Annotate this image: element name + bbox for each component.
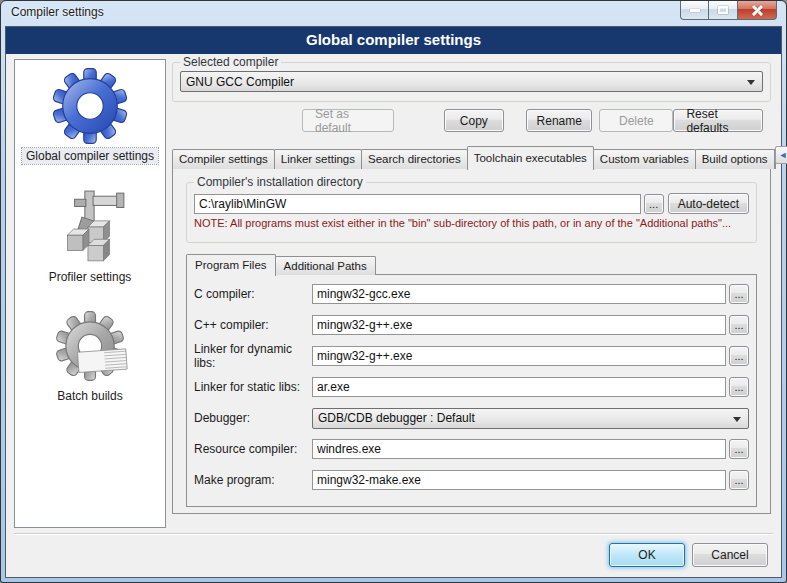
- chevron-down-icon: [733, 417, 741, 422]
- c-compiler-label: C compiler:: [194, 287, 312, 301]
- debugger-row: Debugger: GDB/CDB debugger : Default: [194, 407, 749, 429]
- resource-compiler-label: Resource compiler:: [194, 442, 312, 456]
- sidebar-item-global-compiler-settings[interactable]: Global compiler settings: [22, 67, 158, 164]
- installation-directory-group: Compiler's installation directory ... Au…: [186, 175, 757, 243]
- gray-gear-papers-icon: [51, 307, 129, 385]
- make-program-row: Make program: ...: [194, 469, 749, 491]
- debugger-select-value: GDB/CDB debugger : Default: [318, 411, 475, 425]
- browse-c-compiler-button[interactable]: ...: [729, 284, 749, 304]
- settings-tab-strip: Compiler settings Linker settings Search…: [172, 145, 771, 169]
- window-title: Compiler settings: [11, 5, 104, 19]
- sidebar-item-profiler-settings[interactable]: Profiler settings: [45, 188, 136, 285]
- program-tab-strip: Program Files Additional Paths: [186, 253, 375, 275]
- tab-additional-paths[interactable]: Additional Paths: [275, 256, 376, 275]
- footer-divider: [14, 533, 773, 535]
- window-frame: Compiler settings Global compiler settin…: [0, 0, 787, 583]
- dynamic-linker-label: Linker for dynamic libs:: [194, 342, 312, 370]
- resource-compiler-row: Resource compiler: ...: [194, 438, 749, 460]
- cpp-compiler-input[interactable]: [312, 315, 726, 335]
- selected-compiler-group: Selected compiler GNU GCC Compiler: [172, 55, 771, 102]
- titlebar[interactable]: Compiler settings: [1, 1, 786, 26]
- compiler-select-value: GNU GCC Compiler: [186, 75, 294, 89]
- program-files-panel: C compiler: ... C++ compiler: ... Linker…: [186, 274, 757, 507]
- window-controls: [680, 1, 777, 20]
- tab-scroll-buttons: ◄ ►: [775, 146, 787, 164]
- sidebar-item-label: Batch builds: [53, 388, 126, 404]
- browse-directory-button[interactable]: ...: [644, 194, 664, 214]
- dialog-body: Global compiler settings: [5, 26, 782, 578]
- sidebar-item-batch-builds[interactable]: Batch builds: [51, 307, 129, 404]
- debugger-label: Debugger:: [194, 411, 312, 425]
- reset-defaults-button[interactable]: Reset defaults: [673, 109, 763, 132]
- tab-search-directories[interactable]: Search directories: [361, 149, 468, 169]
- dynamic-linker-row: Linker for dynamic libs: ...: [194, 345, 749, 367]
- resource-compiler-input[interactable]: [312, 439, 726, 459]
- compiler-settings-dialog: Compiler settings Global compiler settin…: [0, 0, 787, 583]
- tab-toolchain-executables[interactable]: Toolchain executables: [467, 146, 594, 170]
- debugger-select[interactable]: GDB/CDB debugger : Default: [312, 408, 749, 429]
- compiler-actions: Set as default Copy Rename Delete Reset …: [172, 109, 771, 132]
- rename-button[interactable]: Rename: [526, 109, 592, 132]
- make-program-input[interactable]: [312, 470, 726, 490]
- selected-compiler-label: Selected compiler: [180, 55, 281, 69]
- sidebar-item-label: Profiler settings: [45, 269, 136, 285]
- tab-program-files[interactable]: Program Files: [186, 254, 276, 276]
- static-linker-label: Linker for static libs:: [194, 380, 312, 394]
- main-panel: Selected compiler GNU GCC Compiler Set a…: [172, 59, 773, 529]
- close-button[interactable]: [737, 1, 777, 20]
- compiler-select[interactable]: GNU GCC Compiler: [180, 71, 763, 92]
- browse-cpp-compiler-button[interactable]: ...: [729, 315, 749, 335]
- tab-build-options[interactable]: Build options: [695, 149, 775, 169]
- bin-subdirectory-note: NOTE: All programs must exist either in …: [194, 217, 749, 229]
- tab-linker-settings[interactable]: Linker settings: [274, 149, 362, 169]
- make-program-label: Make program:: [194, 473, 312, 487]
- settings-category-list: Global compiler settings: [14, 59, 166, 528]
- page-title: Global compiler settings: [6, 27, 781, 54]
- cpp-compiler-label: C++ compiler:: [194, 318, 312, 332]
- delete-button[interactable]: Delete: [599, 109, 673, 132]
- blue-gear-icon: [51, 67, 129, 145]
- toolchain-executables-panel: Compiler's installation directory ... Au…: [172, 168, 771, 514]
- auto-detect-button[interactable]: Auto-detect: [668, 193, 749, 214]
- installation-directory-label: Compiler's installation directory: [194, 175, 366, 189]
- c-compiler-input[interactable]: [312, 284, 726, 304]
- installation-directory-input[interactable]: [194, 194, 641, 214]
- tab-compiler-settings[interactable]: Compiler settings: [172, 149, 275, 169]
- cpp-compiler-row: C++ compiler: ...: [194, 314, 749, 336]
- set-as-default-button[interactable]: Set as default: [302, 109, 394, 132]
- close-icon: [751, 4, 764, 17]
- sidebar-item-label: Global compiler settings: [22, 148, 158, 164]
- static-linker-input[interactable]: [312, 377, 726, 397]
- ok-button[interactable]: OK: [609, 543, 685, 567]
- cancel-button[interactable]: Cancel: [692, 543, 768, 567]
- minimize-icon: [690, 9, 700, 12]
- copy-button[interactable]: Copy: [444, 109, 505, 132]
- browse-dynamic-linker-button[interactable]: ...: [729, 346, 749, 366]
- c-compiler-row: C compiler: ...: [194, 283, 749, 305]
- tab-custom-variables[interactable]: Custom variables: [593, 149, 696, 169]
- dynamic-linker-input[interactable]: [312, 346, 726, 366]
- browse-resource-compiler-button[interactable]: ...: [729, 439, 749, 459]
- tab-scroll-left-icon[interactable]: ◄: [775, 146, 787, 164]
- browse-static-linker-button[interactable]: ...: [729, 377, 749, 397]
- maximize-icon: [718, 6, 728, 14]
- footer-buttons: OK Cancel: [609, 543, 768, 567]
- chevron-down-icon: [747, 80, 755, 85]
- browse-make-program-button[interactable]: ...: [729, 470, 749, 490]
- caliper-cubes-icon: [51, 188, 129, 266]
- maximize-button[interactable]: [709, 1, 737, 20]
- minimize-button[interactable]: [680, 1, 709, 20]
- static-linker-row: Linker for static libs: ...: [194, 376, 749, 398]
